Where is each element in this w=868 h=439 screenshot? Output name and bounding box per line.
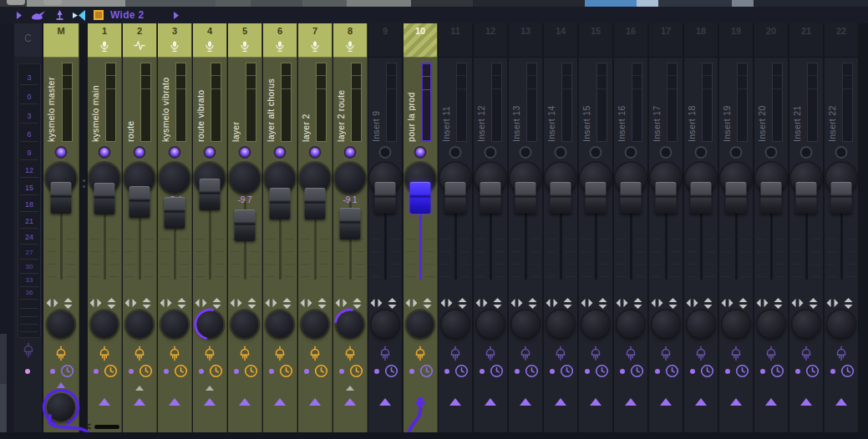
stereo-sep-icon[interactable]: [423, 297, 432, 309]
stereo-sep-icon[interactable]: [528, 297, 537, 309]
stereo-swap-icon[interactable]: [581, 297, 593, 309]
mute-led[interactable]: [241, 148, 250, 157]
channel-header[interactable]: 16: [614, 23, 647, 58]
stereo-sep-icon[interactable]: [563, 297, 572, 309]
mixer-track-strip[interactable]: 18Insert 18: [684, 23, 718, 432]
stereo-swap-icon[interactable]: [756, 297, 769, 309]
volume-fader[interactable]: [94, 183, 115, 214]
volume-fader[interactable]: [831, 182, 852, 214]
fx-enable-plug-icon[interactable]: [203, 346, 217, 361]
channel-name[interactable]: pour la prod: [406, 63, 419, 142]
detach-dock-icon[interactable]: [73, 8, 86, 22]
fx-enable-plug-icon[interactable]: [308, 346, 322, 361]
channel-header[interactable]: 20: [754, 23, 788, 58]
smart-disable-dot[interactable]: [50, 369, 55, 374]
volume-fader[interactable]: [621, 182, 642, 214]
mixer-track-strip[interactable]: Mkysmelo master: [43, 23, 79, 432]
smart-disable-dot[interactable]: [550, 369, 555, 374]
stereo-separation-knob[interactable]: [547, 310, 575, 338]
mute-led[interactable]: [627, 148, 636, 157]
route-to-master-arrow[interactable]: [239, 398, 251, 406]
fx-enable-plug-icon[interactable]: [238, 346, 252, 361]
stereo-sep-icon[interactable]: [247, 297, 256, 309]
hand-tool-icon[interactable]: [31, 8, 48, 22]
channel-header[interactable]: 12: [474, 23, 507, 58]
stereo-swap-icon[interactable]: [546, 297, 558, 309]
stereo-sep-icon[interactable]: [142, 297, 151, 309]
channel-header[interactable]: 9: [368, 23, 402, 58]
fader-track[interactable]: [209, 201, 211, 280]
latency-clock-icon[interactable]: [490, 364, 504, 378]
smart-disable-dot[interactable]: [725, 369, 730, 374]
stereo-sep-icon[interactable]: [212, 297, 221, 309]
fx-enable-plug-icon[interactable]: [729, 346, 744, 361]
stereo-separation-knob[interactable]: [793, 310, 820, 338]
channel-name[interactable]: route: [125, 63, 138, 142]
route-to-master-arrow[interactable]: [835, 398, 847, 406]
latency-clock-icon[interactable]: [735, 364, 749, 378]
smart-disable-dot[interactable]: [129, 369, 134, 374]
mute-led[interactable]: [100, 148, 109, 157]
stereo-swap-icon[interactable]: [616, 297, 628, 309]
fx-enable-plug-icon[interactable]: [835, 346, 849, 361]
stereo-swap-icon[interactable]: [440, 297, 453, 309]
mute-led[interactable]: [451, 148, 460, 157]
scroll-left-icon[interactable]: <: [85, 422, 91, 431]
stereo-separation-knob[interactable]: [582, 310, 610, 338]
latency-clock-icon[interactable]: [665, 364, 679, 378]
mixer-track-strip[interactable]: 20Insert 20: [754, 23, 789, 432]
volume-fader[interactable]: [691, 182, 712, 214]
mute-led[interactable]: [311, 148, 320, 157]
mixer-track-strip[interactable]: 7layer 2-2.1: [298, 23, 332, 432]
smart-disable-dot[interactable]: [515, 369, 520, 374]
mute-led[interactable]: [170, 148, 180, 157]
mute-led[interactable]: [521, 148, 530, 157]
mixer-track-strip[interactable]: 5layer-9.7: [228, 23, 262, 432]
mixer-track-strip[interactable]: 3kysmelo vibrato-5.4: [158, 23, 192, 432]
stereo-swap-icon[interactable]: [89, 297, 102, 309]
stereo-separation-knob[interactable]: [688, 310, 715, 338]
channel-header[interactable]: 22: [825, 23, 858, 58]
smart-disable-dot[interactable]: [94, 369, 99, 374]
route-to-master-arrow[interactable]: [555, 398, 566, 406]
stereo-sep-icon[interactable]: [739, 297, 748, 309]
latency-clock-icon[interactable]: [384, 364, 398, 378]
channel-header[interactable]: 1: [88, 23, 121, 58]
stereo-swap-icon[interactable]: [651, 297, 663, 309]
volume-fader[interactable]: [515, 182, 536, 214]
latency-clock-icon[interactable]: [525, 364, 539, 378]
latency-clock-icon[interactable]: [60, 364, 74, 378]
channel-name[interactable]: Insert 11: [441, 63, 454, 142]
latency-clock-icon[interactable]: [314, 364, 328, 378]
stereo-swap-icon[interactable]: [160, 297, 172, 309]
channel-name[interactable]: Insert 15: [581, 63, 594, 142]
channel-name[interactable]: layer: [231, 63, 243, 142]
smart-disable-dot[interactable]: [795, 369, 800, 374]
fx-enable-plug-icon[interactable]: [659, 346, 673, 361]
channel-header[interactable]: 13: [509, 23, 542, 58]
fx-enable-plug-icon[interactable]: [98, 346, 112, 361]
channel-header[interactable]: 15: [579, 23, 612, 58]
latency-clock-icon[interactable]: [770, 364, 784, 378]
mute-led[interactable]: [486, 148, 495, 157]
mixer-track-strip[interactable]: 9Insert 9: [368, 23, 403, 432]
volume-fader[interactable]: [305, 188, 326, 220]
fx-enable-plug-icon[interactable]: [519, 346, 533, 361]
plugin-picker-icon[interactable]: [53, 8, 66, 22]
channel-header[interactable]: 4: [193, 23, 226, 58]
route-to-master-arrow[interactable]: [309, 398, 321, 406]
stereo-swap-icon[interactable]: [46, 297, 58, 309]
mixer-track-strip[interactable]: 1kysmelo main-0.3: [88, 23, 122, 432]
stereo-swap-icon[interactable]: [826, 297, 839, 309]
mute-led[interactable]: [206, 148, 215, 157]
volume-fader[interactable]: [235, 209, 256, 241]
latency-clock-icon[interactable]: [209, 364, 223, 378]
stereo-sep-icon[interactable]: [598, 297, 607, 309]
channel-name[interactable]: kysmelo master: [46, 63, 58, 142]
stereo-sep-icon[interactable]: [458, 297, 467, 309]
volume-fader[interactable]: [796, 182, 817, 214]
stereo-separation-knob[interactable]: [512, 310, 540, 338]
mute-led[interactable]: [57, 148, 66, 157]
route-to-master-arrow[interactable]: [274, 398, 286, 406]
mixer-track-strip[interactable]: 12Insert 12: [474, 23, 508, 432]
